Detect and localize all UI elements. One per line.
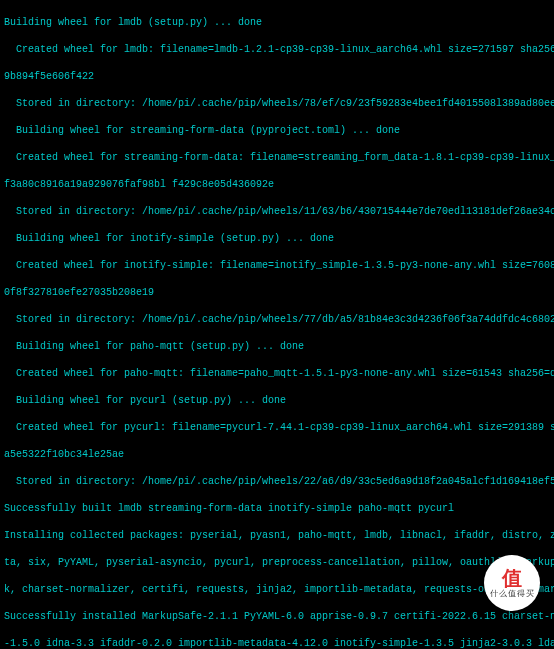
smzdm-watermark: 值 什么值得买 (484, 555, 540, 611)
terminal-output: Building wheel for lmdb (setup.py) ... d… (0, 0, 554, 649)
